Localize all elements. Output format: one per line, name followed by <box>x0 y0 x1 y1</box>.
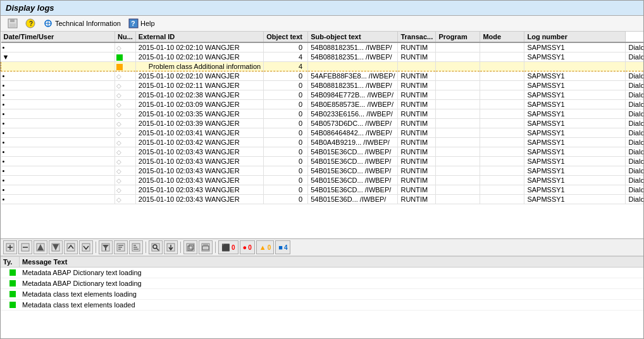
row-num: 0 <box>264 195 308 204</box>
table-row[interactable]: •◇2015-01-10 02:03:35 WANGJER054B0233E61… <box>1 109 644 119</box>
row-subobj <box>436 71 480 81</box>
table-row[interactable]: •◇2015-01-10 02:03:43 WANGJER054B015E36C… <box>1 176 644 185</box>
table-row[interactable]: •◇2015-01-10 02:03:43 WANGJER054B015E36C… <box>1 185 644 195</box>
svg-rect-2 <box>9 23 16 27</box>
row-num: 0 <box>264 119 308 128</box>
tb-btn-1[interactable] <box>3 240 17 254</box>
row-mode <box>626 62 643 71</box>
row-program: SAPMSSY1 <box>524 157 626 166</box>
info-circle-icon: ? <box>25 18 35 28</box>
row-subobj <box>436 119 480 128</box>
row-mode: Dialog pro... <box>626 147 643 157</box>
row-program: SAPMSSY1 <box>524 138 626 147</box>
stop-badge[interactable]: ⬛ 0 <box>218 240 238 254</box>
row-icon: ◇ <box>115 195 136 204</box>
tb-btn-export[interactable] <box>164 240 178 254</box>
delta-badge[interactable]: ▲ 0 <box>256 240 274 254</box>
row-datetime: 2015-01-10 02:03:09 WANGJER <box>135 100 263 109</box>
row-icon: ◇ <box>115 157 136 166</box>
row-bullet: • <box>1 128 115 138</box>
svg-text:?: ? <box>131 20 135 27</box>
stop-icon: ⬛ <box>221 243 230 252</box>
row-icon: ◇ <box>115 119 136 128</box>
row-bullet: • <box>1 42 115 52</box>
row-icon: ◇ <box>115 81 136 90</box>
row-subobj <box>436 157 480 166</box>
row-mode: Dialog pro... <box>626 128 643 138</box>
table-row[interactable]: •◇2015-01-10 02:02:38 WANGJER054B0984E77… <box>1 90 644 100</box>
col-lognum[interactable]: Log number <box>524 32 626 42</box>
col-num[interactable]: Nu... <box>115 32 136 42</box>
col-mode[interactable]: Mode <box>480 32 524 42</box>
row-subobj <box>436 195 480 204</box>
help-button[interactable]: ? Help <box>127 18 157 29</box>
col-objtext[interactable]: Object text <box>264 32 308 42</box>
row-extid: 54B0573D6DC... /IWBEP/ <box>308 119 398 128</box>
info-icon-badge: ■ <box>278 243 283 251</box>
message-row[interactable]: Metadata class text elements loading <box>1 289 643 300</box>
tb-btn-4[interactable] <box>49 240 63 254</box>
table-row[interactable]: •◇2015-01-10 02:03:39 WANGJER054B0573D6D… <box>1 119 644 128</box>
col-subobj[interactable]: Sub-object text <box>308 32 398 42</box>
row-transac <box>480 62 524 71</box>
row-datetime: Problem class Additional information <box>135 62 263 71</box>
message-row[interactable]: Metadata class text elements loaded <box>1 300 643 311</box>
table-row[interactable]: •◇2015-01-10 02:03:43 WANGJER054B015E36C… <box>1 147 644 157</box>
msg-text: Metadata ABAP Dictionary text loading <box>22 280 641 287</box>
tb-btn-2[interactable] <box>18 240 32 254</box>
row-transac <box>480 128 524 138</box>
table-row[interactable]: •◇2015-01-10 02:02:11 WANGJER054B0881823… <box>1 81 644 90</box>
tb-btn-up[interactable] <box>64 240 78 254</box>
tb-btn-copy[interactable] <box>183 240 197 254</box>
table-row[interactable]: •◇2015-01-10 02:02:10 WANGJER054B0881823… <box>1 42 644 52</box>
tb-btn-3[interactable] <box>34 240 47 254</box>
col-program[interactable]: Program <box>436 32 480 42</box>
table-row[interactable]: •◇2015-01-10 02:03:43 WANGJER054B015E36C… <box>1 157 644 166</box>
message-row[interactable]: Metadata ABAP Dictionary text loading <box>1 268 643 278</box>
tb-btn-sort2[interactable] <box>129 240 143 254</box>
row-program: SAPMSSY1 <box>524 176 626 185</box>
message-row[interactable]: Metadata ABAP Dictionary text loading <box>1 278 643 289</box>
col-datetime[interactable]: Date/Time/User <box>1 32 115 42</box>
col-extid[interactable]: External ID <box>135 32 263 42</box>
row-subobj <box>436 109 480 119</box>
save-icon <box>8 18 18 28</box>
col-msgtext-header: Message Text <box>20 257 643 267</box>
table-row[interactable]: •◇2015-01-10 02:02:10 WANGJER054AFEB88F3… <box>1 71 644 81</box>
table-row[interactable]: •◇2015-01-10 02:03:09 WANGJER054B0E85857… <box>1 100 644 109</box>
row-datetime: 2015-01-10 02:02:10 WANGJER <box>135 71 263 81</box>
row-subobj <box>436 138 480 147</box>
col-transac[interactable]: Transac... <box>398 32 436 42</box>
row-objtext: RUNTIM <box>398 157 436 166</box>
table-row[interactable]: Problem class Additional information4 <box>1 62 644 71</box>
row-num: 0 <box>264 109 308 119</box>
row-objtext: RUNTIM <box>398 119 436 128</box>
warn-badge[interactable]: ● 0 <box>240 240 255 254</box>
row-icon: ◇ <box>115 185 136 195</box>
table-row[interactable]: •◇2015-01-10 02:03:42 WANGJER054B0A4B921… <box>1 138 644 147</box>
row-objtext: RUNTIM <box>398 90 436 100</box>
info-button[interactable]: ? <box>23 18 37 29</box>
help-icon: ? <box>128 18 139 28</box>
tb-btn-print[interactable] <box>199 240 213 254</box>
tb-btn-search[interactable] <box>149 240 163 254</box>
log-table-container[interactable]: Date/Time/User Nu... External ID Object … <box>1 32 643 239</box>
table-row[interactable]: •◇2015-01-10 02:03:43 WANGJER054B015E36D… <box>1 195 644 204</box>
table-row[interactable]: ▼2015-01-10 02:02:10 WANGJER454B08818235… <box>1 52 644 62</box>
tb-btn-sort[interactable] <box>114 240 128 254</box>
table-row[interactable]: •◇2015-01-10 02:03:43 WANGJER054B015E36C… <box>1 166 644 176</box>
tb-btn-filter[interactable] <box>99 240 113 254</box>
row-datetime: 2015-01-10 02:03:42 WANGJER <box>135 138 263 147</box>
msg-text: Metadata class text elements loading <box>22 290 641 298</box>
row-datetime: 2015-01-10 02:03:43 WANGJER <box>135 166 263 176</box>
save-button[interactable] <box>6 18 20 29</box>
row-icon: ◇ <box>115 138 136 147</box>
row-bullet: • <box>1 81 115 90</box>
technical-info-button[interactable]: Technical Information <box>41 18 123 29</box>
row-subobj <box>436 147 480 157</box>
table-row[interactable]: •◇2015-01-10 02:03:41 WANGJER054B0864648… <box>1 128 644 138</box>
delta-count: 0 <box>268 244 271 251</box>
info-badge[interactable]: ■ 4 <box>275 240 290 254</box>
row-transac <box>480 185 524 195</box>
tb-btn-down[interactable] <box>79 240 93 254</box>
